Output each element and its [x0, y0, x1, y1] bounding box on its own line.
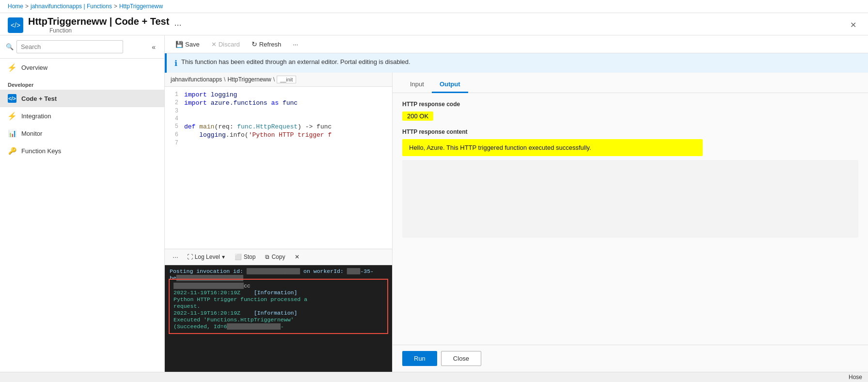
- sidebar-section-developer: Developer: [0, 76, 164, 90]
- close-button[interactable]: ✕: [846, 18, 860, 32]
- http-response-content-label: HTTP response content: [402, 128, 858, 135]
- status-badge: 200 OK: [402, 111, 433, 121]
- save-icon: 💾: [175, 41, 183, 48]
- content-area: 💾 Save ✕ Discard ↻ Refresh ··· ℹ This fu…: [165, 35, 868, 372]
- chevron-down-icon: ▾: [222, 254, 225, 260]
- sidebar-item-label-monitor: Monitor: [21, 130, 42, 137]
- save-button[interactable]: 💾 Save: [171, 39, 205, 50]
- refresh-label: Refresh: [259, 41, 282, 48]
- discard-label: Discard: [219, 41, 240, 48]
- title-bar: </> HttpTriggerneww | Code + Test Functi…: [0, 13, 868, 35]
- sidebar-item-label-function-keys: Function Keys: [21, 147, 61, 155]
- title-more-button[interactable]: ···: [174, 20, 181, 30]
- code-output-split: jahnavifunctionapps \ HttpTriggerneww \ …: [165, 73, 868, 372]
- file-crumb-file: __init: [277, 76, 296, 83]
- sidebar-item-label-overview: Overview: [21, 64, 47, 71]
- output-footer: Run Close: [393, 345, 868, 372]
- hose-label: Hose: [849, 374, 862, 381]
- save-label: Save: [185, 41, 200, 48]
- close-icon: ✕: [295, 254, 300, 260]
- search-icon: 🔍: [6, 43, 14, 50]
- copy-icon: ⧉: [265, 254, 269, 260]
- file-crumb-sep2: \: [273, 76, 275, 83]
- stop-button[interactable]: ⬜ Stop: [231, 252, 260, 262]
- discard-icon: ✕: [211, 41, 217, 48]
- log-close-button[interactable]: ✕: [291, 252, 303, 262]
- sidebar-item-label-code-test: Code + Test: [21, 95, 57, 102]
- io-tabs: Input Output: [393, 73, 868, 93]
- breadcrumb-current[interactable]: HttpTriggerneww: [119, 3, 163, 10]
- function-icon: </>: [8, 17, 23, 33]
- search-input[interactable]: [16, 40, 123, 53]
- sidebar-item-code-test[interactable]: </> Code + Test: [0, 90, 164, 107]
- collapse-button[interactable]: «: [149, 41, 158, 53]
- bottom-bar: Hose: [0, 372, 868, 382]
- code-test-icon: </>: [8, 94, 16, 103]
- log-line-8: Executed 'Functions.HttpTriggerneww': [174, 317, 383, 323]
- info-message: This function has been edited through an…: [181, 58, 410, 65]
- toolbar: 💾 Save ✕ Discard ↻ Refresh ···: [165, 35, 868, 53]
- page-subtitle: Function: [49, 27, 169, 34]
- sidebar-item-overview[interactable]: ⚡ Overview: [0, 59, 164, 76]
- code-line-1: 1 import logging: [165, 91, 392, 99]
- refresh-button[interactable]: ↻ Refresh: [247, 38, 286, 50]
- file-crumb-func[interactable]: HttpTriggerneww: [227, 76, 271, 83]
- refresh-icon: ↻: [252, 40, 257, 48]
- breadcrumb-sep2: >: [114, 3, 117, 10]
- response-content-box: Hello, Azure. This HTTP triggered functi…: [402, 139, 703, 156]
- stop-icon: ⬜: [235, 254, 242, 260]
- breadcrumb-sep1: >: [25, 3, 29, 10]
- breadcrumb-home[interactable]: Home: [8, 3, 23, 10]
- breadcrumb-functions[interactable]: jahnavifunctionapps | Functions: [31, 3, 112, 10]
- response-body-area: [402, 160, 858, 238]
- tab-input[interactable]: Input: [402, 77, 432, 93]
- log-level-label: Log Level: [195, 254, 220, 260]
- sidebar-nav: ⚡ Overview Developer </> Code + Test ⚡ I…: [0, 59, 164, 372]
- discard-button[interactable]: ✕ Discard: [206, 39, 245, 50]
- output-content: HTTP response code 200 OK HTTP response …: [393, 93, 868, 345]
- sidebar: 🔍 « ⚡ Overview Developer </> Code + Test…: [0, 35, 165, 372]
- file-crumb-app[interactable]: jahnavifunctionapps: [171, 76, 222, 83]
- sidebar-item-function-keys[interactable]: 🔑 Function Keys: [0, 142, 164, 159]
- breadcrumb: Home > jahnavifunctionapps | Functions >…: [0, 0, 868, 13]
- file-crumb-sep1: \: [224, 76, 225, 83]
- tab-output[interactable]: Output: [432, 77, 468, 93]
- sidebar-item-monitor[interactable]: 📊 Monitor: [0, 125, 164, 142]
- code-line-3: 3: [165, 107, 392, 115]
- sidebar-item-integration[interactable]: ⚡ Integration: [0, 107, 164, 125]
- run-button[interactable]: Run: [402, 351, 437, 366]
- log-more-button[interactable]: ···: [170, 252, 181, 262]
- log-line-9: (Succeeded, Id=6████████████████-: [174, 323, 383, 330]
- code-line-6: 6 logging.info('Python HTTP trigger f: [165, 131, 392, 139]
- log-line-7: 2022-11-19T16:20:19Z [Information]: [174, 310, 383, 316]
- code-line-7: 7: [165, 139, 392, 147]
- code-line-5: 5 def main(req: func.HttpRequest) -> fun…: [165, 123, 392, 131]
- log-line-1: Posting invocation id: ████████████████ …: [170, 268, 387, 274]
- log-line-4: 2022-11-19T16:20:19Z [Information]: [174, 289, 383, 296]
- filter-icon: ⛶: [187, 254, 193, 260]
- integration-icon: ⚡: [8, 111, 16, 120]
- info-icon: ℹ: [174, 59, 177, 68]
- log-toolbar: ··· ⛶ Log Level ▾ ⬜ Stop ⧉ Copy: [165, 249, 392, 265]
- code-line-4: 4: [165, 115, 392, 123]
- monitor-icon: 📊: [8, 129, 16, 138]
- log-line-3: 5████████████████████cc: [174, 283, 383, 289]
- log-output: Posting invocation id: ████████████████ …: [165, 265, 392, 372]
- copy-button[interactable]: ⧉ Copy: [261, 252, 289, 262]
- output-panel: Input Output HTTP response code 200 OK H…: [393, 73, 868, 372]
- stop-label: Stop: [244, 254, 256, 260]
- http-response-code-label: HTTP response code: [402, 101, 858, 108]
- sidebar-item-label-integration: Integration: [21, 112, 51, 120]
- code-editor[interactable]: 1 import logging 2 import azure.function…: [165, 87, 392, 249]
- page-title: HttpTriggerneww | Code + Test: [28, 16, 169, 27]
- log-level-button[interactable]: ⛶ Log Level ▾: [183, 252, 229, 262]
- overview-icon: ⚡: [8, 63, 16, 72]
- close-panel-button[interactable]: Close: [441, 351, 481, 366]
- code-line-2: 2 import azure.functions as func: [165, 99, 392, 107]
- more-options-button[interactable]: ···: [288, 39, 303, 50]
- file-breadcrumb: jahnavifunctionapps \ HttpTriggerneww \ …: [165, 73, 392, 87]
- info-banner: ℹ This function has been edited through …: [165, 53, 868, 73]
- log-line-6: request.: [174, 303, 383, 309]
- code-editor-panel: jahnavifunctionapps \ HttpTriggerneww \ …: [165, 73, 393, 372]
- sidebar-search-bar: 🔍 «: [0, 35, 164, 59]
